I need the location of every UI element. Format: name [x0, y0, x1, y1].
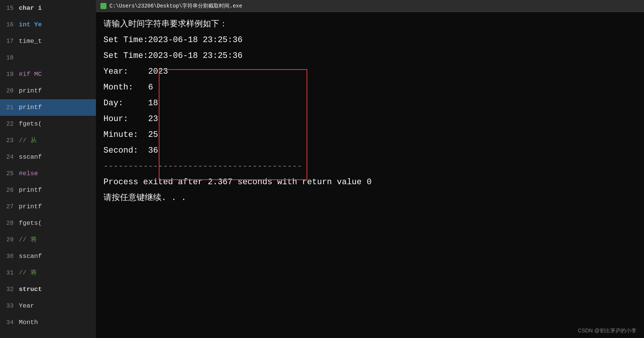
code-line: 27printf: [0, 199, 98, 215]
code-text: fgets(: [19, 116, 42, 132]
terminal-line-presskey: 请按任意键继续. . .: [103, 190, 636, 206]
terminal-line-second: Second: 36: [103, 143, 636, 159]
code-line: 26printf: [0, 182, 98, 199]
terminal-line-settime2: Set Time:2023-06-18 23:25:36: [103, 48, 636, 64]
code-text: #if MC: [19, 66, 42, 83]
line-number: 15: [0, 0, 19, 17]
line-number: 19: [0, 66, 19, 83]
code-text: #else: [19, 165, 38, 182]
code-editor: 15char i16int Ye17time_t1819#if MC20prin…: [0, 0, 98, 338]
code-line: 21printf: [0, 99, 98, 116]
code-text: Month: [19, 314, 38, 331]
terminal-window: C:\Users\23206\Desktop\字符串分割截取时间.exe 请输入…: [96, 0, 644, 338]
line-number: 31: [0, 265, 19, 281]
terminal-line-exit: Process exited after 2.367 seconds with …: [103, 174, 636, 190]
code-text: Year: [19, 298, 34, 314]
terminal-line-minute: Minute: 25: [103, 127, 636, 143]
code-line: 29// 将: [0, 232, 98, 248]
code-text: time_t: [19, 33, 42, 50]
line-number: 16: [0, 17, 19, 33]
line-number: 27: [0, 199, 19, 215]
code-text: printf: [19, 199, 42, 215]
code-text: // 将: [19, 265, 37, 281]
terminal-line-month: Month: 6: [103, 80, 636, 95]
code-line: 19#if MC: [0, 66, 98, 83]
line-number: 23: [0, 132, 19, 149]
terminal-line-prompt: 请输入时间字符串要求样例如下：: [103, 17, 636, 32]
line-number: 30: [0, 248, 19, 265]
line-number: 28: [0, 215, 19, 232]
code-line: 16int Ye: [0, 17, 98, 33]
code-text: // 将: [19, 232, 37, 248]
line-number: 33: [0, 298, 19, 314]
line-number: 18: [0, 50, 19, 66]
code-line: 34Month: [0, 314, 98, 331]
code-text: struct: [19, 281, 42, 298]
code-line: 17time_t: [0, 33, 98, 50]
terminal-line-year: Year: 2023: [103, 64, 636, 80]
code-text: // 从: [19, 132, 37, 149]
code-line: 30sscanf: [0, 248, 98, 265]
code-text: char i: [19, 0, 42, 17]
terminal-line-hour: Hour: 23: [103, 111, 636, 127]
line-number: 26: [0, 182, 19, 199]
code-line: 15char i: [0, 0, 98, 17]
line-number: 20: [0, 83, 19, 99]
line-number: 25: [0, 165, 19, 182]
code-line: 32struct: [0, 281, 98, 298]
code-text: printf: [19, 182, 42, 199]
csdn-watermark: CSDN @初出茅庐的小李: [578, 327, 636, 334]
code-line: 31// 将: [0, 265, 98, 281]
code-line: 28fgets(: [0, 215, 98, 232]
terminal-content: 请输入时间字符串要求样例如下：Set Time:2023-06-18 23:25…: [96, 12, 644, 211]
code-line: 18: [0, 50, 98, 66]
line-number: 21: [0, 99, 19, 116]
code-text: int Ye: [19, 17, 42, 33]
line-number: 29: [0, 232, 19, 248]
code-line: 33Year: [0, 298, 98, 314]
code-text: printf: [19, 99, 42, 116]
code-line: 24sscanf: [0, 149, 98, 165]
line-number: 17: [0, 33, 19, 50]
code-text: fgets(: [19, 215, 42, 232]
code-text: sscanf: [19, 149, 42, 165]
terminal-line-settime1: Set Time:2023-06-18 23:25:36: [103, 32, 636, 48]
code-text: sscanf: [19, 248, 42, 265]
line-number: 22: [0, 116, 19, 132]
line-number: 32: [0, 281, 19, 298]
code-line: 25#else: [0, 165, 98, 182]
terminal-line-day: Day: 18: [103, 95, 636, 111]
terminal-titlebar: C:\Users\23206\Desktop\字符串分割截取时间.exe: [96, 0, 644, 12]
code-line: 23// 从: [0, 132, 98, 149]
code-line: 20printf: [0, 83, 98, 99]
terminal-icon: [100, 3, 106, 9]
code-line: 22fgets(: [0, 116, 98, 132]
terminal-line-separator: ----------------------------------------: [103, 159, 636, 174]
line-number: 34: [0, 314, 19, 331]
line-number: 24: [0, 149, 19, 165]
terminal-title: C:\Users\23206\Desktop\字符串分割截取时间.exe: [109, 0, 242, 13]
code-text: printf: [19, 83, 42, 99]
